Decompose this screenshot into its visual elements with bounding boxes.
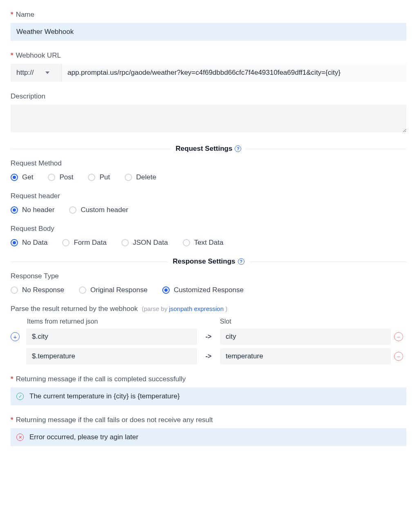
request-body-radios: No Data Form Data JSON Data Text Data [11,239,406,247]
jsonpath-link[interactable]: jsonpath expression [169,305,224,312]
response-type-label: Response Type [11,272,406,280]
table-row: -> − [11,348,406,364]
webhook-url-label: Webhook URL [11,51,406,60]
check-circle-icon: ✓ [16,393,24,400]
remove-row-icon[interactable]: − [394,352,403,361]
help-icon[interactable]: ? [235,145,241,152]
request-method-group: Request Method Get Post Put Delete [11,159,406,181]
protocol-text: http:// [16,69,34,77]
name-input[interactable] [11,23,406,41]
body-none-radio[interactable]: No Data [11,239,47,247]
request-settings-divider: Request Settings ? [11,145,406,153]
description-textarea[interactable] [11,105,406,132]
response-type-radios: No Response Original Response Customized… [11,286,406,294]
error-msg-box[interactable]: ✕ Error occurred, please try agin later [11,428,406,446]
body-text-radio[interactable]: Text Data [183,239,224,247]
url-row: http:// [11,64,406,82]
add-row-icon[interactable]: + [11,332,20,341]
response-original-radio[interactable]: Original Response [79,286,148,294]
method-put-radio[interactable]: Put [88,173,110,181]
response-none-radio[interactable]: No Response [11,286,64,294]
parse-group: Parse the result returned by the webhook… [11,305,406,364]
method-delete-radio[interactable]: Delete [125,173,156,181]
header-none-radio[interactable]: No header [11,206,54,214]
body-form-radio[interactable]: Form Data [62,239,106,247]
remove-row-icon[interactable]: − [394,332,403,341]
response-settings-title: Response Settings [173,257,235,266]
response-settings-divider: Response Settings ? [11,257,406,266]
body-json-radio[interactable]: JSON Data [121,239,168,247]
request-header-label: Request header [11,192,406,200]
request-settings-title: Request Settings [176,145,233,153]
name-label: Name [11,11,406,19]
item-input[interactable] [26,329,197,345]
mapping-table: Items from returned json Slot + -> − -> … [11,318,406,364]
protocol-select[interactable]: http:// [11,64,62,82]
webhook-url-input[interactable] [62,64,406,82]
method-get-radio[interactable]: Get [11,173,33,181]
help-icon[interactable]: ? [238,258,244,265]
request-header-group: Request header No header Custom header [11,192,406,214]
error-msg-group: Returning message if the call fails or d… [11,416,406,446]
chevron-down-icon [45,72,49,74]
response-custom-radio[interactable]: Customized Response [162,286,244,294]
request-method-radios: Get Post Put Delete [11,173,406,181]
description-label: Description [11,92,406,101]
success-msg-text: The current temperature in {city} is {te… [29,392,180,400]
parse-title: Parse the result returned by the webhook [11,305,138,313]
slot-input[interactable] [220,329,391,345]
success-msg-label: Returning message if the call is complet… [11,375,406,383]
success-msg-group: Returning message if the call is complet… [11,375,406,405]
header-custom-radio[interactable]: Custom header [69,206,128,214]
request-method-label: Request Method [11,159,406,168]
slot-input[interactable] [220,348,391,364]
col-slot-header: Slot [220,318,390,325]
x-circle-icon: ✕ [16,434,24,441]
table-row: + -> − [11,329,406,345]
method-post-radio[interactable]: Post [48,173,73,181]
success-msg-box[interactable]: ✓ The current temperature in {city} is {… [11,387,406,405]
request-body-group: Request Body No Data Form Data JSON Data… [11,225,406,247]
response-type-group: Response Type No Response Original Respo… [11,272,406,294]
arrow-icon: -> [200,333,217,340]
request-header-radios: No header Custom header [11,206,406,214]
item-input[interactable] [26,348,197,364]
name-group: Name [11,11,406,41]
request-body-label: Request Body [11,225,406,233]
error-msg-label: Returning message if the call fails or d… [11,416,406,424]
arrow-icon: -> [200,353,217,360]
webhook-url-group: Webhook URL http:// [11,51,406,82]
description-group: Description [11,92,406,134]
col-items-header: Items from returned json [27,318,197,325]
error-msg-text: Error occurred, please try agin later [29,433,138,441]
